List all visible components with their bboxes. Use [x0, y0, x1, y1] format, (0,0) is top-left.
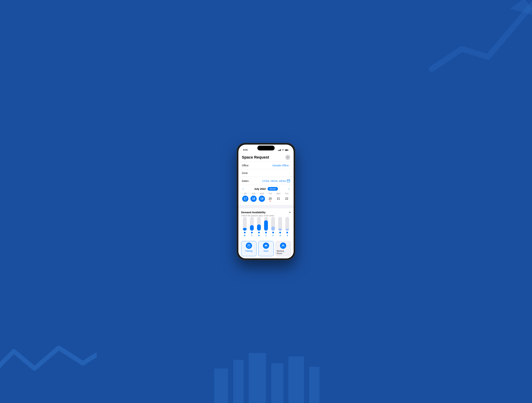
bar-dot-s1 [279, 232, 281, 233]
zone-chevron-icon: › [289, 172, 290, 174]
screen-content[interactable]: Space Request × Office Sample Office › Z… [238, 152, 294, 258]
status-time: 9:41 [243, 149, 248, 151]
demand-title: Demand Availability [241, 211, 266, 214]
bar-tuesday: T [250, 217, 254, 236]
calendar-day-21[interactable]: WED 21 [274, 193, 283, 202]
demand-section: Demand Availability ▼ Check the popular … [238, 208, 294, 239]
calendar-nav: ‹ July 2022 Month › [241, 187, 291, 191]
bg-zigzag-icon [0, 337, 97, 389]
svg-rect-15 [265, 246, 265, 247]
calendar-month-year: July 2022 [254, 187, 266, 190]
bar-dot-t1 [251, 232, 253, 233]
bar-dot-t2 [265, 232, 267, 233]
demand-subtitle: Check the popular days of the week [241, 214, 291, 217]
dates-label: Dates [242, 180, 249, 182]
zone-row[interactable]: Zone › [238, 169, 294, 177]
meeting-room-button[interactable]: Meeting Room [275, 241, 291, 256]
bar-dot-s2 [286, 232, 288, 233]
bar-sunday: S [285, 217, 289, 236]
calendar-icon [287, 179, 290, 183]
space-type-section: Parking Desk [238, 239, 294, 258]
dates-value: 17/Jul, 18/Jul, 19/Jul [262, 180, 286, 182]
day-dot-blue [253, 201, 254, 201]
demand-bar-chart: M T [241, 219, 291, 236]
month-toggle-button[interactable]: Month [267, 187, 278, 191]
demand-header: Demand Availability ▼ [241, 211, 291, 214]
calendar-day-19[interactable]: MON 19 [258, 193, 266, 202]
calendar-section: ‹ July 2022 Month › SAT 17 [238, 185, 294, 205]
prev-month-button[interactable]: ‹ [241, 187, 245, 191]
svg-rect-2 [233, 360, 244, 403]
svg-point-19 [283, 245, 284, 246]
divider-1 [238, 205, 294, 207]
app-header: Space Request × [238, 152, 294, 162]
parking-label: Parking [245, 250, 252, 252]
svg-rect-8 [285, 150, 288, 151]
day-dot-yellow [245, 201, 246, 201]
bg-arrow-icon [422, 0, 532, 76]
calendar-days: SAT 17 SUN 18 [241, 193, 291, 202]
wifi-icon [282, 149, 284, 151]
desk-button[interactable]: Desk [258, 241, 274, 256]
page-title: Space Request [242, 155, 269, 160]
svg-rect-16 [267, 246, 267, 247]
svg-rect-14 [265, 246, 267, 246]
bar-monday: M [243, 217, 247, 236]
close-icon: × [287, 156, 288, 159]
svg-rect-6 [309, 367, 319, 403]
next-month-button[interactable]: › [287, 187, 291, 191]
svg-rect-1 [214, 368, 228, 403]
parking-button[interactable]: Parking [241, 241, 257, 256]
svg-point-18 [282, 245, 283, 246]
calendar-day-20[interactable]: TUE 20 [266, 193, 274, 202]
bar-friday: F [271, 217, 275, 236]
dynamic-island [257, 146, 275, 150]
battery-icon [285, 149, 289, 151]
calendar-day-18[interactable]: SUN 18 [249, 193, 258, 202]
day-dot-blue-2 [261, 201, 262, 201]
form-fields: Office Sample Office › Zone › Dates [238, 162, 294, 185]
zone-label: Zone [242, 172, 248, 174]
calendar-day-22[interactable]: THU 22 [283, 193, 291, 202]
bar-wednesday: W [257, 217, 261, 236]
office-chevron-icon: › [289, 164, 290, 167]
desk-label: Desk [264, 250, 268, 252]
close-button[interactable]: × [285, 155, 290, 160]
desk-icon [263, 242, 269, 249]
svg-rect-17 [265, 245, 267, 246]
svg-rect-9 [287, 180, 290, 182]
bar-saturday: S [278, 217, 282, 236]
bar-dot-w [258, 232, 260, 233]
meeting-room-icon [280, 242, 286, 249]
office-value-container: Sample Office › [272, 164, 290, 167]
dates-row[interactable]: Dates 17/Jul, 18/Jul, 19/Jul [238, 177, 294, 185]
signal-icon [278, 149, 281, 151]
calendar-controls: July 2022 Month [254, 187, 278, 191]
day-dot-red [270, 201, 271, 201]
demand-collapse-icon[interactable]: ▼ [289, 211, 291, 213]
office-row[interactable]: Office Sample Office › [238, 162, 294, 169]
bar-thursday: T [264, 217, 268, 236]
phone-frame: 9:41 [237, 143, 295, 260]
svg-rect-3 [249, 353, 266, 403]
bar-dot-f [272, 232, 274, 233]
calendar-day-17[interactable]: SAT 17 [241, 193, 249, 202]
bar-dot-m [244, 232, 246, 233]
meeting-room-label: Meeting Room [277, 250, 290, 255]
parking-icon [246, 242, 252, 249]
zone-value-container: › [289, 172, 290, 174]
svg-rect-4 [271, 363, 283, 403]
phone-screen: 9:41 [238, 145, 294, 258]
bg-buildings-icon [206, 343, 326, 403]
office-value: Sample Office [272, 164, 289, 167]
office-label: Office [242, 164, 249, 167]
dates-value-container: 17/Jul, 18/Jul, 19/Jul [262, 179, 290, 183]
svg-rect-5 [288, 356, 304, 403]
status-icons [278, 149, 289, 151]
